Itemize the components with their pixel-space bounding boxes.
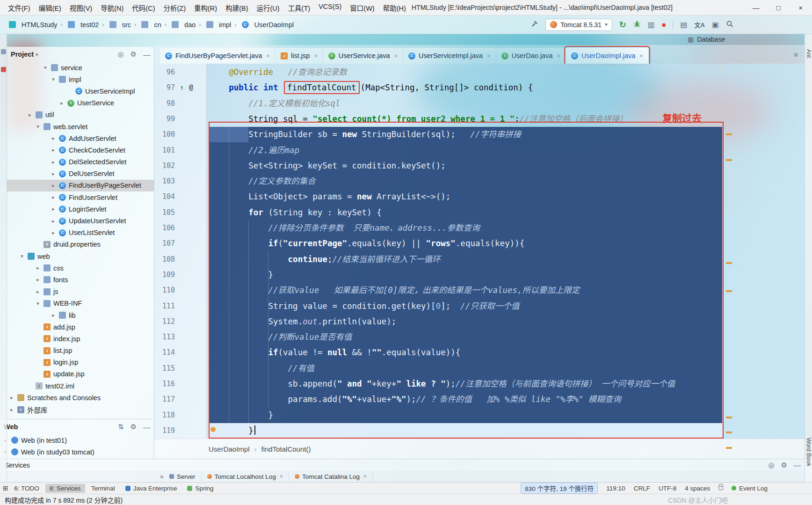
hide-panel-icon[interactable]: — — [143, 423, 150, 431]
line-separator-widget[interactable]: CRLF — [634, 485, 650, 492]
menu-item[interactable]: 代码(C) — [128, 1, 159, 15]
build-hammer-icon[interactable] — [531, 20, 538, 29]
chevron-icon[interactable]: ▸ — [50, 147, 57, 153]
tree-item-js[interactable]: ▸js — [7, 286, 154, 298]
debug-bug-icon[interactable] — [633, 20, 641, 29]
error-stripe-mark[interactable] — [726, 432, 732, 433]
tree-item-LoginServlet[interactable]: ▸CLoginServlet — [7, 203, 154, 215]
chevron-icon[interactable]: ▸ — [50, 183, 57, 189]
hide-panel-icon[interactable]: — — [794, 461, 801, 469]
hide-panel-icon[interactable]: — — [143, 51, 150, 59]
code-line-103[interactable]: //定义参数的集合 — [209, 174, 316, 189]
gutter-line-number[interactable]: 108 — [154, 252, 175, 267]
close-icon[interactable]: × — [394, 52, 398, 59]
menu-item[interactable]: 文件(F) — [4, 1, 35, 15]
code-line-111[interactable]: String value = condition.get(key)[0]; //… — [209, 299, 519, 314]
editor-tab-list.jsp[interactable]: Jlist.jsp× — [276, 48, 323, 64]
breadcrumb-item-test02[interactable]: test02 — [65, 20, 101, 29]
tree-item-add.jsp[interactable]: Jadd.jsp — [7, 321, 154, 333]
chevron-icon[interactable]: ▸ — [34, 265, 42, 271]
gear-icon[interactable]: ⚙ — [130, 423, 137, 431]
dump-threads-icon[interactable]: ▤ — [680, 21, 687, 29]
menu-item[interactable]: 帮助(H) — [379, 1, 410, 15]
tool-strip-icon[interactable] — [1, 67, 6, 72]
tree-item-FindUserServlet[interactable]: ▸CFindUserServlet — [7, 191, 154, 203]
code-line-112[interactable]: System.out.println(value); — [209, 314, 396, 329]
close-icon[interactable]: × — [266, 52, 270, 59]
code-line-113[interactable]: //判断value是否有值 — [209, 329, 352, 345]
tree-item-update.jsp[interactable]: Jupdate.jsp — [7, 368, 154, 380]
breadcrumb-item-HTMLStudy[interactable]: HTMLStudy — [6, 20, 59, 29]
chevron-icon[interactable]: ▾ — [18, 253, 26, 259]
tree-item-CheckCodeServlet[interactable]: ▸CCheckCodeServlet — [7, 144, 154, 156]
code-line-98[interactable]: //1.定义模板初始化sql — [209, 96, 341, 111]
ant-tool-button[interactable]: Ant — [805, 49, 812, 58]
word-book-tool-button[interactable]: Word Book — [805, 438, 812, 467]
gutter-line-number[interactable]: 102 — [154, 158, 175, 174]
tree-item-外部库[interactable]: ▸≡外部库 — [7, 403, 154, 415]
gutter-line-number[interactable]: 115 — [154, 361, 175, 376]
locate-file-icon[interactable]: ◎ — [117, 50, 123, 59]
chevron-icon[interactable]: ▸ — [50, 194, 57, 200]
code-line-101[interactable]: //2.遍历map — [209, 143, 299, 158]
code-line-100[interactable]: StringBuilder sb = new StringBuilder(sql… — [209, 127, 521, 142]
tree-item-web.servlet[interactable]: ▾web.servlet — [7, 121, 154, 132]
gutter-line-number[interactable]: 98 — [154, 96, 175, 111]
chevron-icon[interactable]: ▸ — [34, 289, 42, 295]
gear-icon[interactable]: ⚙ — [130, 50, 137, 59]
gutter-line-number[interactable]: 104 — [154, 189, 175, 205]
gutter-line-number[interactable]: 99 — [154, 111, 175, 127]
breadcrumb-item-UserDaoImpl[interactable]: CUserDaoImpl — [239, 20, 296, 29]
menu-item[interactable]: 工具(T) — [284, 1, 315, 15]
gutter-line-number[interactable]: 96 — [154, 65, 175, 80]
services-tab-Tomcat Localhost Log[interactable]: Tomcat Localhost Log× — [202, 471, 289, 482]
override-arrow-icon[interactable]: ↑ — [180, 80, 184, 95]
tree-item-UserService[interactable]: ▸IUserService — [7, 97, 154, 109]
services-tab-Server[interactable]: Server — [164, 471, 202, 482]
gutter-line-number[interactable]: 110 — [154, 283, 175, 298]
gutter-dot-icon[interactable] — [210, 427, 216, 432]
annotation-gutter-icon[interactable]: @ — [189, 80, 193, 95]
chevron-icon[interactable]: ▸ — [50, 159, 57, 165]
tree-item-login.jsp[interactable]: Jlogin.jsp — [7, 357, 154, 368]
code-line-114[interactable]: if(value != null && !"".equals(value)){ — [209, 345, 460, 360]
stop-icon[interactable]: ■ — [662, 22, 666, 28]
chevron-icon[interactable]: ▸ — [58, 100, 65, 106]
encoding-widget[interactable]: UTF-8 — [659, 485, 676, 492]
caret-position-widget[interactable]: 119:10 — [606, 485, 625, 492]
gutter-line-number[interactable]: 111 — [154, 299, 175, 314]
chevron-icon[interactable]: ▸ — [50, 218, 57, 224]
tool-strip-icon[interactable] — [1, 49, 6, 54]
error-stripe-mark[interactable] — [726, 133, 732, 135]
code-line-117[interactable]: params.add("%"+value+"%");// ？条件的值 加% %类… — [209, 392, 621, 407]
menu-item[interactable]: 分析(Z) — [159, 1, 190, 15]
gutter-line-number[interactable]: 114 — [154, 345, 175, 360]
code-line-118[interactable]: } — [209, 408, 273, 423]
menu-item[interactable]: 重构(R) — [190, 1, 221, 15]
breadcrumb-item-src[interactable]: src — [106, 20, 132, 29]
tree-item-service[interactable]: ▾service — [7, 62, 154, 73]
code-line-115[interactable]: //有值 — [209, 361, 314, 376]
maximize-icon[interactable]: □ — [767, 0, 790, 15]
tree-item-impl[interactable]: ▾impl — [7, 73, 154, 85]
menu-item[interactable]: 构建(B) — [221, 1, 252, 15]
web-item[interactable]: ▸Web (in test01) — [0, 434, 154, 446]
tree-item-FindUserByPageServlet[interactable]: ▸CFindUserByPageServlet — [7, 180, 154, 191]
code-line-97[interactable]: public int findTotalCount(Map<String, St… — [209, 80, 533, 95]
tree-item-web[interactable]: ▾web — [7, 250, 154, 262]
code-line-105[interactable]: for (String key : keySet) { — [209, 205, 382, 220]
code-line-108[interactable]: continue;//结束当前循环进入下一循环 — [209, 252, 441, 267]
database-tool-button[interactable]: ▦ Database — [688, 36, 725, 43]
menu-item[interactable]: 视图(V) — [65, 1, 96, 15]
editor-tab-FindUserByPageServlet.java[interactable]: CFindUserByPageServlet.java× — [160, 48, 275, 64]
indent-widget[interactable]: 4 spaces — [685, 485, 710, 492]
tab-list-icon[interactable]: ≡ — [794, 51, 798, 59]
tree-item-index.jsp[interactable]: Jindex.jsp — [7, 333, 154, 344]
chevron-icon[interactable]: ▸ — [34, 277, 42, 283]
tree-item-Scratches and Consoles[interactable]: ▸Scratches and Consoles — [7, 392, 154, 403]
menu-item[interactable]: 运行(U) — [252, 1, 283, 15]
code-line-102[interactable]: Set<String> keySet = condition.keySet(); — [209, 158, 446, 174]
tree-item-util[interactable]: ▸util — [7, 109, 154, 121]
event-log-button[interactable]: Event Log — [732, 485, 768, 492]
window-frame-icon[interactable]: ▣ — [712, 21, 719, 29]
